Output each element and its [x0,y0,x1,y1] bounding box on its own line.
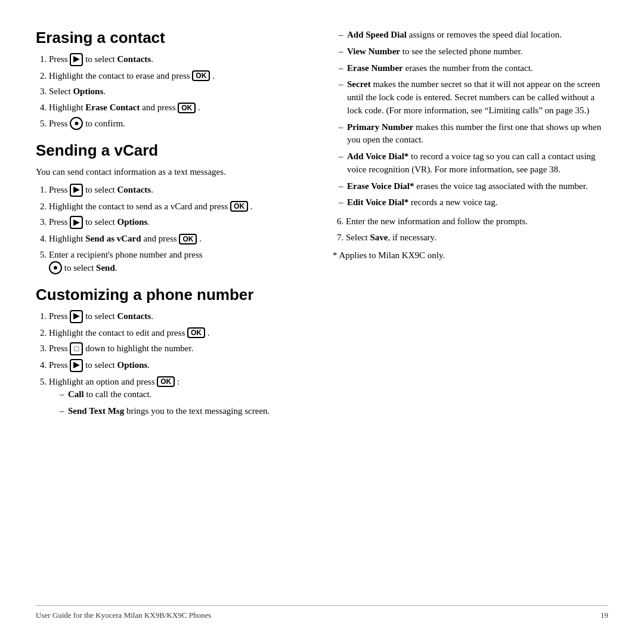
vcard-s5-after: to select Send. [64,263,117,273]
confirm-icon-5: ● [70,117,83,130]
custom-s5-text: Highlight an option and press [49,377,157,386]
erase-s4-end: . [198,103,200,112]
option-add-voice-dial: Add Voice Dial* to record a voice tag so… [339,150,608,177]
right-column: Add Speed Dial assigns or removes the sp… [333,29,608,596]
custom-sub-call: Call to call the contact. [60,388,311,401]
right-step-6: Enter the new information and follow the… [346,215,608,228]
right-s7-text: Select Save, if necessary. [346,233,436,242]
option-add-speed-dial: Add Speed Dial assigns or removes the sp… [339,29,608,42]
custom-steps: Press ▶ to select Contacts. Highlight th… [49,310,311,418]
nav-right-icon-v3: ▶ [70,216,83,229]
nav-down-icon-c3: □ [70,342,83,355]
custom-s2-end: . [208,328,210,338]
option-edit-voice-dial: Edit Voice Dial* records a new voice tag… [339,196,608,209]
vcard-s2-end: . [250,202,253,211]
vcard-step-5: Enter a recipient's phone number and pre… [49,249,311,275]
right-step-7: Select Save, if necessary. [346,231,608,244]
erase-step-5: Press ● to confirm. [49,117,311,131]
erase-s1-after: to select Contacts. [85,54,153,64]
ok-icon-4: OK [178,103,196,113]
content: Erasing a contact Press ▶ to select Cont… [36,29,608,596]
custom-s3-after: down to highlight the number. [85,343,193,353]
ok-icon-v2: OK [230,201,248,212]
erase-step-2: Highlight the contact to erase and press… [49,70,311,83]
custom-s1-after: to select Contacts. [85,311,153,321]
custom-s3-before: Press [49,343,70,353]
vcard-s4-text: Highlight Send as vCard and press [49,234,179,243]
erase-step-3: Select Options. [49,85,311,98]
erase-s1-before: Press [49,54,70,64]
option-view-number: View Number to see the selected phone nu… [339,45,608,58]
footer-left-text: User Guide for the Kyocera Milan KX9B/KX… [36,611,211,620]
vcard-s1-after: to select Contacts. [85,185,153,194]
nav-right-icon-v1: ▶ [70,184,83,197]
right-steps: Enter the new information and follow the… [346,215,608,244]
vcard-step-4: Highlight Send as vCard and press OK . [49,233,311,246]
heading-sending-vcard: Sending a vCard [36,141,311,160]
vcard-s3-after: to select Options. [85,217,150,227]
heading-customizing-phone: Customizing a phone number [36,286,311,304]
vcard-s3-before: Press [49,217,70,227]
custom-sub-sms: Send Text Msg brings you to the text mes… [60,405,311,418]
footer-page-number: 19 [600,611,608,620]
custom-step-5: Highlight an option and press OK : Call … [49,376,311,418]
erase-step-4: Highlight Erase Contact and press OK . [49,101,311,114]
custom-step-1: Press ▶ to select Contacts. [49,310,311,324]
vcard-intro: You can send contact information as a te… [36,166,311,179]
right-s6-text: Enter the new information and follow the… [346,216,528,226]
confirm-icon-v5: ● [49,261,62,274]
erase-s2-text: Highlight the contact to erase and press [49,71,192,80]
option-secret: Secret makes the number secret so that i… [339,78,608,117]
erase-s3-text: Select Options. [49,86,106,96]
nav-right-icon-c1: ▶ [70,310,83,323]
ok-icon-c2: OK [187,327,205,338]
erase-step-1: Press ▶ to select Contacts. [49,53,311,67]
erase-s5-before: Press [49,119,70,128]
options-list: Add Speed Dial assigns or removes the sp… [339,29,608,209]
nav-right-icon-c4: ▶ [70,359,83,372]
custom-s5-end: : [177,377,179,386]
ok-icon-v4: OK [179,234,197,244]
vcard-s2-text: Highlight the contact to send as a vCard… [49,202,230,211]
left-column: Erasing a contact Press ▶ to select Cont… [36,29,311,596]
option-erase-number: Erase Number erases the number from the … [339,62,608,75]
vcard-steps: Press ▶ to select Contacts. Highlight th… [49,184,311,275]
ok-icon-c5: OK [157,376,175,387]
erase-s5-after: to confirm. [85,119,125,128]
option-erase-voice-dial: Erase Voice Dial* erases the voice tag a… [339,180,608,193]
option-primary-number: Primary Number makes this number the fir… [339,121,608,147]
page: Erasing a contact Press ▶ to select Cont… [0,0,644,644]
footer: User Guide for the Kyocera Milan KX9B/KX… [36,605,608,620]
custom-s1-before: Press [49,311,70,321]
vcard-s1-before: Press [49,185,70,194]
ok-icon-2: OK [192,70,210,81]
custom-sub-list: Call to call the contact. Send Text Msg … [60,388,311,418]
vcard-step-3: Press ▶ to select Options. [49,216,311,230]
custom-s2-text: Highlight the contact to edit and press [49,328,187,338]
custom-step-2: Highlight the contact to edit and press … [49,327,311,340]
custom-step-4: Press ▶ to select Options. [49,359,311,373]
footnote: * Applies to Milan KX9C only. [333,250,608,261]
nav-right-icon-1: ▶ [70,53,83,66]
vcard-step-1: Press ▶ to select Contacts. [49,184,311,197]
custom-s4-before: Press [49,360,70,370]
vcard-s4-end: . [199,234,202,243]
erase-s4-text: Highlight Erase Contact and press [49,103,178,112]
erasing-steps: Press ▶ to select Contacts. Highlight th… [49,53,311,131]
erase-s2-end: . [212,71,215,80]
custom-s4-after: to select Options. [85,360,150,370]
custom-step-3: Press □ down to highlight the number. [49,342,311,356]
vcard-step-2: Highlight the contact to send as a vCard… [49,200,311,213]
vcard-s5-text: Enter a recipient's phone number and pre… [49,250,203,259]
heading-erasing-contact: Erasing a contact [36,29,311,47]
